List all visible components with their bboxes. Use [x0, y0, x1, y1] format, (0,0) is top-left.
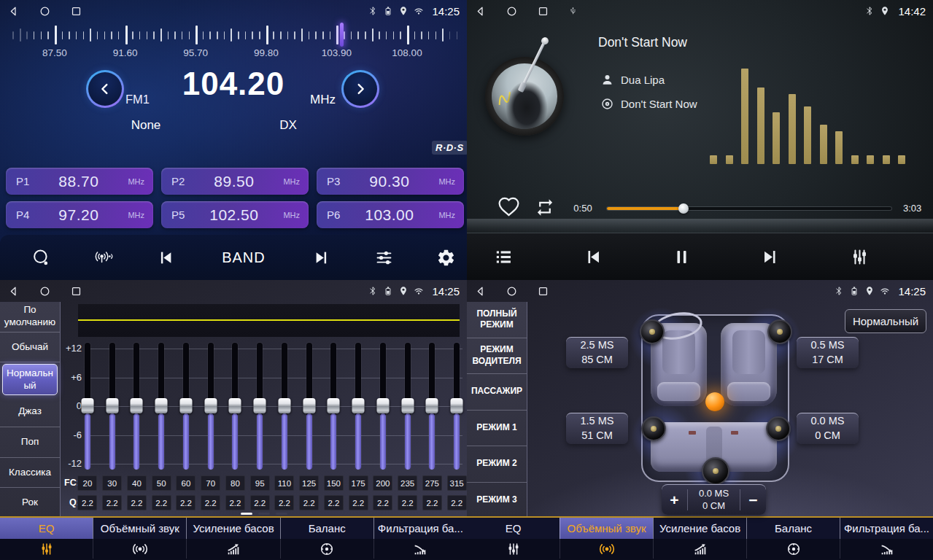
eq-band-slider-knob[interactable]: [155, 398, 168, 413]
mode-item[interactable]: РЕЖИМ 1: [467, 411, 527, 447]
album-art[interactable]: [485, 57, 564, 136]
eq-preset-item[interactable]: Нормальный: [2, 364, 58, 395]
delay-minus-button[interactable]: −: [740, 485, 766, 515]
tab-left-1[interactable]: Объёмный звук: [93, 518, 186, 539]
mode-item[interactable]: РЕЖИМ 3: [467, 483, 527, 518]
subwoofer-icon[interactable]: [702, 457, 729, 485]
pause-icon[interactable]: [671, 246, 692, 268]
eq-band-slider-knob[interactable]: [278, 398, 290, 413]
radio-preset-p4[interactable]: P497.20MHz: [6, 201, 153, 228]
listening-position-marker[interactable]: [705, 392, 724, 411]
mode-item[interactable]: РЕЖИМ ВОДИТЕЛЯ: [467, 338, 527, 375]
radio-preset-p3[interactable]: P390.30MHz: [317, 168, 464, 195]
preset-number: P6: [327, 209, 340, 221]
tab-left-2[interactable]: Усиление басов: [186, 518, 279, 539]
radio-preset-p1[interactable]: P188.70MHz: [6, 168, 153, 195]
clock: 14:42: [898, 5, 926, 18]
back-button[interactable]: [474, 285, 487, 298]
delay-front-right-button[interactable]: 0.5 MS 17 CM: [797, 337, 859, 368]
recents-button[interactable]: [537, 5, 549, 18]
repeat-button[interactable]: [534, 198, 556, 217]
eq-band-slider-knob[interactable]: [451, 398, 463, 413]
tab-right-1[interactable]: Объёмный звук: [560, 518, 653, 539]
home-button[interactable]: [506, 285, 518, 298]
q-value: 2.2: [299, 495, 319, 510]
home-button[interactable]: [506, 5, 518, 18]
eq-band-slider-knob[interactable]: [131, 398, 143, 413]
seek-down-button[interactable]: [86, 70, 124, 108]
radio-antenna-icon[interactable]: [93, 248, 113, 268]
speaker-rear-left-icon[interactable]: [641, 416, 666, 441]
eq-band-slider-knob[interactable]: [254, 398, 266, 413]
delay-rear-right-button[interactable]: 0.0 MS 0 CM: [797, 413, 859, 444]
eq-band-slider-knob[interactable]: [229, 398, 241, 413]
audio-settings-tabs: EQОбъёмный звукУсиление басовБалансФильт…: [467, 516, 933, 560]
search-icon[interactable]: [31, 248, 51, 268]
tuning-dial[interactable]: 87.5091.6095.7099.80103.90108.00: [0, 22, 467, 63]
gear-icon[interactable]: [436, 248, 456, 268]
mixer-horizontal-icon[interactable]: [374, 248, 394, 268]
home-button[interactable]: [39, 5, 51, 18]
skip-prev-icon[interactable]: [582, 246, 603, 268]
mode-item[interactable]: РЕЖИМ 2: [467, 446, 527, 483]
eq-slider-fill: [257, 413, 263, 470]
eq-band: [346, 343, 371, 474]
speaker-front-right-icon[interactable]: [767, 319, 792, 344]
delay-plus-button[interactable]: +: [662, 485, 687, 515]
eq-preset-item[interactable]: Обычай: [0, 332, 60, 363]
eq-band-slider-knob[interactable]: [81, 398, 93, 413]
radio-preset-p5[interactable]: P5102.50MHz: [161, 201, 309, 228]
sound-profile-button[interactable]: Нормальный: [845, 309, 926, 333]
eq-band-slider-knob[interactable]: [401, 398, 414, 413]
favorite-button[interactable]: [498, 195, 520, 218]
eq-band-slider-knob[interactable]: [204, 398, 217, 413]
eq-preset-item[interactable]: Джаз: [0, 397, 60, 427]
skip-next-icon[interactable]: [760, 246, 781, 268]
radio-preset-p6[interactable]: P6103.00MHz: [317, 201, 464, 228]
mode-item[interactable]: ПОЛНЫЙ РЕЖИМ: [467, 302, 527, 338]
eq-band-slider-knob[interactable]: [328, 398, 340, 413]
tab-left-4[interactable]: Фильтрация ба...: [373, 518, 467, 539]
mode-item[interactable]: ПАССАЖИР: [467, 374, 527, 411]
progress-knob[interactable]: [678, 203, 689, 214]
eq-band: [395, 343, 420, 474]
recents-button[interactable]: [537, 285, 549, 298]
eq-band-slider-knob[interactable]: [352, 398, 365, 413]
tab-right-3[interactable]: Баланс: [746, 518, 840, 539]
eq-band-slider-knob[interactable]: [376, 398, 389, 413]
eq-preset-item[interactable]: По умолчанию: [0, 302, 60, 332]
tab-left-0[interactable]: EQ: [0, 518, 93, 539]
seek-up-button[interactable]: [341, 70, 379, 108]
eq-preset-item[interactable]: Поп: [0, 427, 60, 458]
recents-button[interactable]: [70, 285, 82, 298]
mixer-vertical-icon[interactable]: [849, 246, 870, 268]
eq-band-slider-knob[interactable]: [303, 398, 315, 413]
delay-adjust-cm: 0 CM: [702, 500, 725, 513]
tab-left-3[interactable]: Баланс: [280, 518, 373, 539]
tab-right-2[interactable]: Усиление басов: [653, 518, 746, 539]
back-button[interactable]: [7, 5, 20, 18]
band-button[interactable]: BAND: [217, 249, 270, 267]
eq-band: [420, 343, 445, 474]
playlist-icon[interactable]: [493, 246, 514, 268]
delay-rear-left-button[interactable]: 1.5 MS 51 CM: [566, 413, 628, 444]
radio-preset-p2[interactable]: P289.50MHz: [161, 168, 309, 195]
tab-right-4[interactable]: Фильтрация ба...: [840, 518, 933, 539]
skip-prev-icon[interactable]: [155, 248, 175, 268]
skip-next-icon[interactable]: [312, 248, 332, 268]
home-button[interactable]: [39, 285, 51, 298]
progress-bar[interactable]: [607, 207, 891, 210]
speaker-rear-right-icon[interactable]: [766, 416, 791, 441]
eq-band-slider-knob[interactable]: [426, 398, 438, 413]
surround-icon: [599, 541, 615, 557]
eq-band-slider-knob[interactable]: [106, 398, 118, 413]
speaker-front-left-icon[interactable]: [640, 319, 665, 344]
eq-preset-item[interactable]: Рок: [0, 488, 60, 518]
eq-preset-item[interactable]: Классика: [0, 458, 60, 489]
delay-front-left-button[interactable]: 2.5 MS 85 CM: [566, 337, 628, 368]
recents-button[interactable]: [70, 5, 82, 18]
back-button[interactable]: [7, 285, 20, 298]
tab-right-0[interactable]: EQ: [467, 518, 560, 539]
eq-band-slider-knob[interactable]: [179, 398, 192, 413]
back-button[interactable]: [474, 5, 487, 18]
